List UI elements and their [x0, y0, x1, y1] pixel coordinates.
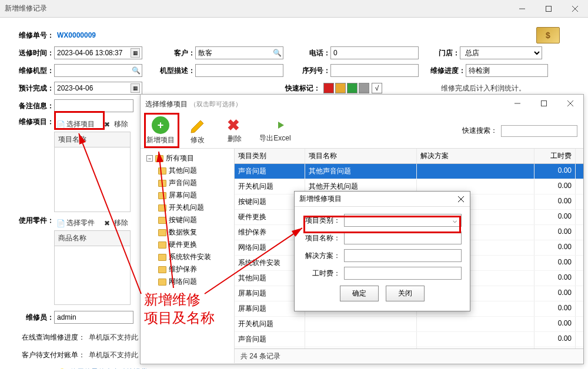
quick-search-label: 快速搜索： — [462, 126, 497, 136]
arrow-right-icon — [266, 118, 284, 132]
remove-icon: ✖ — [104, 219, 112, 227]
order-number[interactable]: WX0000009 — [57, 31, 96, 39]
maximize-button[interactable] — [530, 95, 557, 112]
collapse-icon[interactable]: − — [146, 155, 153, 162]
dialog-subtitle: （双击即可选择） — [190, 100, 242, 109]
color-swatch[interactable] — [323, 83, 334, 93]
customer-label: 客户： — [166, 48, 195, 58]
repairer-input[interactable] — [54, 311, 133, 324]
ok-button[interactable]: 确定 — [340, 286, 379, 301]
serial-input[interactable] — [330, 64, 419, 77]
tree-node[interactable]: 硬件更换 — [143, 239, 232, 251]
category-tree[interactable]: − 所有项目 其他问题声音问题屏幕问题开关机问题按键问题数据恢复硬件更换系统软件… — [141, 149, 235, 363]
useparts-label: 使用零件： — [18, 216, 54, 226]
color-swatch[interactable] — [359, 83, 369, 93]
repairitems-label: 维修项目： — [18, 117, 54, 127]
folder-icon — [158, 254, 166, 261]
calendar-icon[interactable]: ▦ — [131, 83, 140, 93]
close-button[interactable] — [452, 192, 470, 207]
repair-items-grid[interactable] — [54, 147, 131, 212]
folder-icon — [158, 180, 166, 187]
phone-input[interactable] — [330, 46, 419, 59]
quick-search-input[interactable] — [501, 125, 577, 137]
tree-node[interactable]: 开关机问题 — [143, 202, 232, 214]
tree-node[interactable]: 屏幕问题 — [143, 189, 232, 202]
tree-node[interactable]: 按键问题 — [143, 214, 232, 226]
note-label: 备注信息： — [18, 101, 54, 111]
delete-button[interactable]: ✖ 删除 — [220, 118, 249, 144]
add-doc-icon: 📄 — [56, 219, 65, 227]
svg-rect-5 — [541, 101, 546, 106]
col-name[interactable]: 项目名称 — [305, 149, 417, 163]
annotation-text: 新增维修 项目及名称 — [144, 291, 215, 327]
quickmark-label: 快速标记： — [285, 83, 320, 93]
order-label: 维修单号： — [18, 31, 54, 41]
color-swatch[interactable] — [347, 83, 358, 93]
chevron-down-icon: ⌵ — [450, 216, 459, 224]
tree-node[interactable]: 数据恢复 — [143, 226, 232, 239]
tree-node[interactable]: 维护保养 — [143, 263, 232, 276]
check-square[interactable]: √ — [372, 83, 382, 93]
folder-icon — [158, 229, 166, 236]
minimize-button[interactable] — [509, 0, 535, 18]
serial-label: 序列号： — [301, 66, 330, 76]
sendtime-label: 送修时间： — [18, 48, 54, 58]
search-icon[interactable]: 🔍 — [131, 66, 141, 75]
col-solution[interactable]: 解决方案 — [417, 149, 534, 163]
table-row[interactable]: 声音问题其他声音问题0.00 — [235, 164, 583, 179]
edit-button[interactable]: 修改 — [183, 116, 212, 145]
tree-node[interactable]: 声音问题 — [143, 177, 232, 189]
repairer-label: 维修员： — [18, 313, 54, 323]
select-part-button[interactable]: 📄选择零件 — [54, 217, 97, 229]
store-select[interactable]: 总店 — [460, 46, 542, 59]
note-input[interactable] — [54, 99, 133, 112]
x-icon: ✖ — [227, 118, 242, 133]
dialog-title: 新增维修项目 — [299, 194, 342, 204]
tree-node[interactable]: 系统软件安装 — [143, 251, 232, 263]
progress-input[interactable] — [466, 64, 548, 77]
remove-part-button[interactable]: ✖移除 — [102, 217, 131, 229]
fee-input[interactable] — [344, 267, 462, 280]
online-query-label: 在线查询维修进度： — [18, 333, 85, 343]
folder-icon — [158, 266, 166, 273]
sendtime-input[interactable]: 2023-04-06 13:08:37▦ — [54, 46, 142, 59]
select-item-button[interactable]: 📄选择项目 — [54, 118, 97, 130]
tree-node[interactable]: 网络问题 — [143, 276, 232, 288]
minimize-button[interactable] — [504, 95, 530, 112]
folder-icon — [158, 204, 166, 212]
category-select[interactable]: ⌵ — [344, 214, 462, 227]
cancel-button[interactable]: 关闭 — [386, 286, 425, 301]
col-fee[interactable]: 工时费 — [534, 149, 576, 163]
parts-grid[interactable] — [54, 246, 131, 305]
calendar-icon[interactable]: ▦ — [131, 48, 140, 58]
maximize-button[interactable] — [535, 0, 562, 18]
profit-note: 维修完成后计入利润统计。 — [441, 83, 526, 93]
remove-item-button[interactable]: ✖移除 — [102, 118, 131, 130]
window-title: 新增维修记录 — [5, 4, 47, 14]
table-row[interactable]: 声音问题0.00 — [235, 332, 583, 347]
tree-node[interactable]: 其他问题 — [143, 165, 232, 177]
customer-input[interactable]: 散客🔍 — [195, 46, 283, 59]
name-input[interactable] — [344, 232, 462, 244]
col-category[interactable]: 项目类别 — [235, 149, 305, 163]
customer-pay-value: 单机版不支持此 — [89, 350, 138, 360]
color-swatch[interactable] — [335, 83, 346, 93]
solution-label: 解决方案： — [303, 251, 344, 261]
add-item-dialog: 新增维修项目 项目类别： ⌵ 项目名称： 解决方案： 工时费： 确定 关闭 — [294, 191, 470, 311]
pencil-icon — [189, 116, 206, 134]
goods-name-column: 商品名称 — [54, 230, 131, 246]
folder-icon — [158, 279, 166, 286]
tree-root[interactable]: − 所有项目 — [143, 152, 232, 165]
name-label: 项目名称： — [303, 233, 344, 243]
search-icon[interactable]: 🔍 — [272, 48, 282, 58]
model-input[interactable]: 🔍 — [54, 64, 142, 77]
table-row[interactable]: 开关机问题0.00 — [235, 317, 583, 332]
export-button[interactable]: 导出Excel — [258, 118, 293, 143]
solution-input[interactable] — [344, 249, 462, 262]
folder-icon — [158, 241, 166, 249]
expect-input[interactable]: 2023-04-06▦ — [54, 82, 142, 95]
modeldesc-input[interactable] — [195, 64, 283, 77]
close-button[interactable] — [562, 0, 588, 18]
add-item-button[interactable]: + 新增项目 — [146, 116, 175, 145]
close-button[interactable] — [557, 95, 583, 112]
